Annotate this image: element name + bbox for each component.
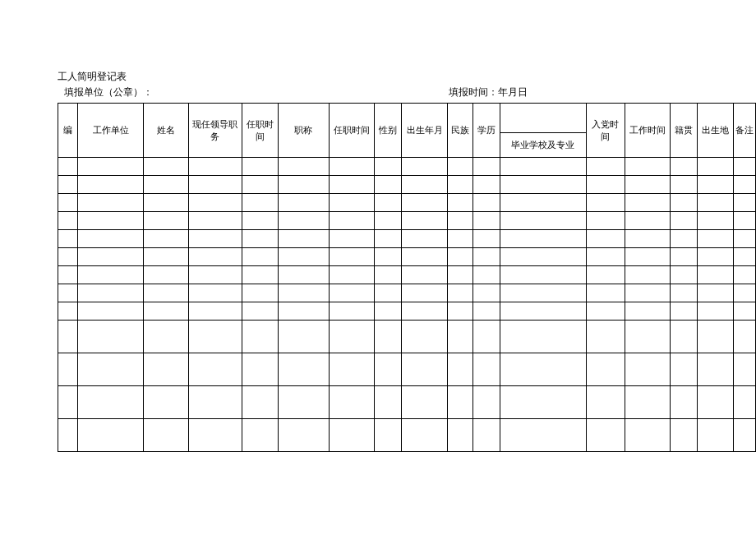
table-row [58, 321, 756, 353]
col-name: 姓名 [144, 104, 189, 158]
col-title-time: 任职时间 [329, 104, 374, 158]
document-title: 工人简明登记表 [58, 70, 707, 84]
col-work-unit: 工作单位 [78, 104, 144, 158]
col-index: 编 [58, 104, 78, 158]
col-school-top [500, 104, 586, 133]
table-row [58, 302, 756, 321]
col-title: 职称 [278, 104, 329, 158]
col-native-place: 籍贯 [670, 104, 697, 158]
table-row [58, 176, 756, 194]
table-row [58, 266, 756, 284]
registration-table: 编 工作单位 姓名 现任领导职务 任职时间 职称 任职时间 性别 出生年月 民族… [58, 103, 756, 452]
filling-time-value: 年月日 [498, 86, 528, 98]
table-row [58, 419, 756, 452]
col-education: 学历 [472, 104, 500, 158]
col-school-bottom: 毕业学校及专业 [500, 133, 586, 158]
table-row [58, 248, 756, 266]
col-ethnicity: 民族 [447, 104, 472, 158]
col-birth-date: 出生年月 [402, 104, 447, 158]
table-row [58, 194, 756, 212]
col-birth-place: 出生地 [698, 104, 734, 158]
table-body [58, 158, 756, 452]
table-row [58, 212, 756, 230]
col-remarks: 备注 [734, 104, 756, 158]
col-gender: 性别 [375, 104, 402, 158]
col-position-time: 任职时间 [242, 104, 278, 158]
table-row [58, 353, 756, 386]
table-row [58, 386, 756, 419]
table-row [58, 284, 756, 302]
col-party-time: 入党时间 [587, 104, 625, 158]
table-row [58, 230, 756, 248]
col-current-position: 现任领导职务 [189, 104, 242, 158]
filling-time-label: 填报时间： [449, 86, 498, 98]
col-work-time: 工作时间 [625, 104, 670, 158]
table-row [58, 158, 756, 176]
filling-unit-label: 填报单位（公章）： [58, 85, 153, 99]
